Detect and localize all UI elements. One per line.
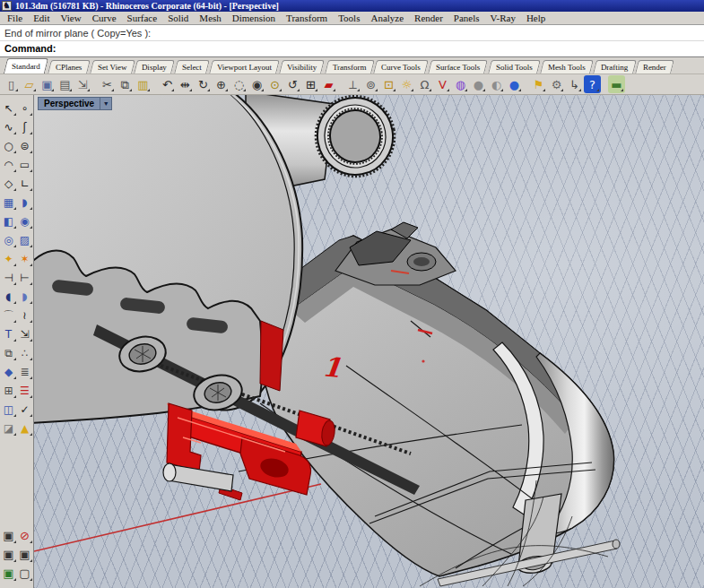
four-viewports-icon[interactable]: ⊞ bbox=[302, 75, 319, 93]
tab-curve-tools[interactable]: Curve Tools bbox=[374, 60, 430, 74]
menu-v-ray[interactable]: V-Ray bbox=[485, 13, 521, 23]
torus-icon[interactable]: ◎ bbox=[1, 231, 17, 249]
trim-icon[interactable]: ⊣ bbox=[1, 269, 17, 287]
scale-icon[interactable]: ⇲ bbox=[17, 325, 33, 343]
array-grid-icon[interactable]: ⊞ bbox=[1, 382, 17, 400]
paste-icon[interactable]: ▥ bbox=[135, 75, 152, 93]
pan-icon[interactable]: ⇹ bbox=[177, 75, 194, 93]
fillet-curve-icon[interactable]: ⌒ bbox=[1, 307, 17, 324]
rectangle-icon[interactable]: ▭ bbox=[17, 156, 33, 174]
tab-render[interactable]: Render bbox=[635, 60, 674, 74]
command-area[interactable]: End of mirror plane ( Copy=Yes ): Comman… bbox=[0, 24, 704, 57]
tab-set-view[interactable]: Set View bbox=[90, 60, 135, 74]
vray-frame-buffer-icon[interactable]: ▣ bbox=[1, 527, 17, 545]
tab-surface-tools[interactable]: Surface Tools bbox=[429, 60, 489, 74]
distribute-icon[interactable]: ≣ bbox=[17, 363, 33, 381]
select-arrow-icon[interactable]: ↖ bbox=[1, 99, 17, 117]
vray-render-disabled-icon[interactable]: ⊘ bbox=[17, 527, 33, 545]
tab-mesh-tools[interactable]: Mesh Tools bbox=[540, 60, 594, 74]
tab-transform[interactable]: Transform bbox=[325, 60, 374, 74]
new-file-icon[interactable]: ▯ bbox=[3, 75, 20, 93]
rotate-view-icon[interactable]: ↻ bbox=[195, 75, 212, 93]
ghosted-view-icon[interactable]: ◐ bbox=[488, 75, 505, 93]
check-icon[interactable]: ✓ bbox=[17, 401, 33, 419]
viewport-title[interactable]: Perspective bbox=[39, 98, 100, 109]
vray-material-editor-icon[interactable]: ▣ bbox=[1, 546, 17, 564]
cut-icon[interactable]: ✂ bbox=[99, 75, 116, 93]
menu-analyze[interactable]: Analyze bbox=[365, 13, 409, 23]
solid-union-icon[interactable]: ◆ bbox=[1, 363, 17, 381]
ellipse-icon[interactable]: ⊜ bbox=[17, 137, 33, 155]
tab-viewport-layout[interactable]: Viewport Layout bbox=[209, 60, 280, 74]
curve-icon[interactable]: ʃ bbox=[17, 118, 33, 136]
copy-icon[interactable]: ⧉ bbox=[117, 75, 134, 93]
spheres-icon[interactable]: ◉ bbox=[17, 212, 33, 230]
explode-icon[interactable]: ✶ bbox=[17, 250, 33, 268]
lock-icon[interactable]: Ω bbox=[416, 75, 433, 93]
model-mechanism[interactable] bbox=[335, 222, 456, 285]
zoom-selected-icon[interactable]: ◉ bbox=[248, 75, 265, 93]
print-icon[interactable]: ▤ bbox=[56, 75, 74, 93]
help-icon[interactable]: ? bbox=[584, 75, 601, 93]
patch-icon[interactable]: ▨ bbox=[17, 231, 33, 249]
zoom-window-icon[interactable]: ◌ bbox=[230, 75, 248, 93]
circle-center-icon[interactable]: ⊚ bbox=[362, 75, 379, 93]
tab-cplanes[interactable]: CPlanes bbox=[48, 60, 90, 74]
extract-surface-icon[interactable]: ◪ bbox=[1, 419, 17, 437]
gear-icon[interactable]: ⚙ bbox=[548, 75, 565, 93]
viewport-dropdown-icon[interactable]: ▼ bbox=[100, 98, 111, 109]
polygon-icon[interactable]: ◇ bbox=[1, 175, 17, 193]
array-polar-icon[interactable]: ∴ bbox=[17, 344, 33, 362]
tab-solid-tools[interactable]: Solid Tools bbox=[488, 60, 541, 74]
curved-surface-icon[interactable]: ◗ bbox=[17, 194, 33, 212]
menu-edit[interactable]: Edit bbox=[28, 13, 55, 23]
menu-tools[interactable]: Tools bbox=[333, 13, 365, 23]
rendered-view-icon[interactable]: ● bbox=[506, 75, 523, 93]
menu-transform[interactable]: Transform bbox=[281, 13, 333, 23]
render-car-icon[interactable]: ▰ bbox=[320, 75, 337, 93]
menu-help[interactable]: Help bbox=[521, 13, 551, 23]
lamp-icon[interactable]: ☼ bbox=[398, 75, 415, 93]
box-icon[interactable]: ◧ bbox=[1, 212, 17, 230]
loft-icon[interactable]: ◫ bbox=[1, 401, 17, 419]
text-icon[interactable]: T bbox=[1, 325, 17, 343]
vray-options-icon[interactable]: ▢ bbox=[17, 565, 33, 583]
environment-icon[interactable]: ▬ bbox=[608, 75, 625, 93]
menu-view[interactable]: View bbox=[55, 13, 86, 23]
surface-points-icon[interactable]: ▦ bbox=[1, 194, 17, 212]
polyline-icon[interactable]: ∿ bbox=[1, 118, 17, 136]
zoom-dynamic-icon[interactable]: ⊙ bbox=[266, 75, 283, 93]
menu-dimension[interactable]: Dimension bbox=[227, 13, 281, 23]
save-icon[interactable]: ▣ bbox=[39, 75, 56, 93]
copy-objects-icon[interactable]: ⧉ bbox=[1, 344, 17, 362]
undo-icon[interactable]: ↶ bbox=[159, 75, 176, 93]
arc-icon[interactable]: ◠ bbox=[1, 156, 17, 174]
vray-camera-icon[interactable]: ▣ bbox=[17, 546, 33, 564]
blend-curve-icon[interactable]: ≀ bbox=[17, 307, 33, 324]
circle-icon[interactable]: ○ bbox=[1, 137, 17, 155]
tab-drafting[interactable]: Drafting bbox=[593, 60, 636, 74]
menu-surface[interactable]: Surface bbox=[122, 13, 163, 23]
tab-visibility[interactable]: Visibility bbox=[279, 60, 325, 74]
gumball-icon[interactable]: ☰ bbox=[17, 382, 33, 400]
vray-light-icon[interactable]: ▣ bbox=[1, 565, 17, 583]
menu-curve[interactable]: Curve bbox=[87, 13, 122, 23]
menu-panels[interactable]: Panels bbox=[448, 13, 485, 23]
history-icon[interactable]: ↳ bbox=[566, 75, 583, 93]
viewport-title-bar[interactable]: Perspective ▼ bbox=[38, 97, 112, 110]
command-prompt[interactable]: Command: bbox=[0, 41, 704, 56]
zoom-in-icon[interactable]: ⊕ bbox=[213, 75, 230, 93]
color-wheel-icon[interactable]: ◍ bbox=[452, 75, 469, 93]
menu-file[interactable]: File bbox=[2, 13, 28, 23]
tab-standard[interactable]: Standard bbox=[4, 58, 48, 74]
vray-icon[interactable]: V bbox=[434, 75, 451, 93]
open-file-icon[interactable]: ▱ bbox=[21, 75, 38, 93]
move-points-icon[interactable]: ⊡ bbox=[380, 75, 397, 93]
menu-mesh[interactable]: Mesh bbox=[194, 13, 226, 23]
cone-icon[interactable]: ▲ bbox=[17, 419, 33, 437]
shaded-view-icon[interactable]: ● bbox=[470, 75, 487, 93]
viewport-perspective[interactable]: Perspective ▼ bbox=[34, 95, 704, 588]
cplane-icon[interactable]: ⟂ bbox=[344, 75, 361, 93]
menu-render[interactable]: Render bbox=[409, 13, 448, 23]
menu-solid[interactable]: Solid bbox=[162, 13, 194, 23]
